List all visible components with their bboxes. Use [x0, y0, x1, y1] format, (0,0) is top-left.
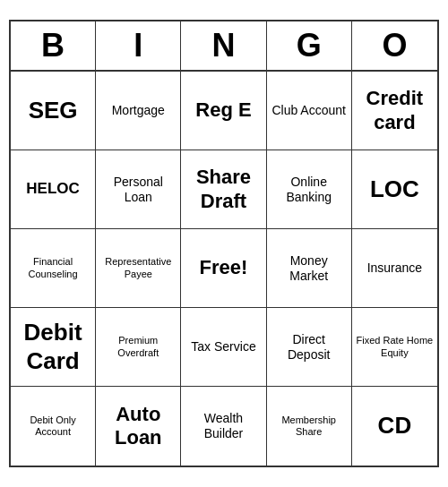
bingo-cell: HELOC	[11, 150, 96, 229]
cell-text: Credit card	[356, 87, 434, 134]
cell-text: Club Account	[271, 103, 346, 118]
header-letter: O	[352, 21, 437, 70]
cell-text: HELOC	[26, 180, 80, 198]
cell-text: Money Market	[271, 253, 348, 284]
cell-text: Wealth Builder	[185, 411, 262, 441]
header-letter: B	[11, 21, 96, 70]
cell-text: Auto Loan	[99, 403, 177, 450]
bingo-cell: Club Account	[267, 72, 352, 150]
bingo-card: BINGO SEGMortgageReg EClub AccountCredit…	[9, 20, 439, 467]
bingo-cell: CD	[352, 387, 437, 466]
cell-text: CD	[378, 412, 412, 440]
cell-text: Fixed Rate Home Equity	[356, 335, 434, 358]
cell-text: Debit Only Account	[14, 414, 91, 438]
cell-text: Membership Share	[271, 414, 348, 438]
cell-text: Debit Card	[14, 319, 91, 374]
bingo-cell: Direct Deposit	[267, 308, 352, 387]
bingo-cell: Share Draft	[181, 150, 266, 229]
cell-text: Premium Overdraft	[99, 335, 177, 358]
bingo-cell: Representative Payee	[96, 229, 181, 308]
bingo-cell: Debit Card	[11, 308, 96, 387]
bingo-cell: Online Banking	[267, 150, 352, 229]
bingo-header: BINGO	[11, 21, 437, 72]
cell-text: Share Draft	[185, 166, 262, 213]
bingo-cell: Membership Share	[267, 387, 352, 466]
bingo-cell: Free!	[181, 229, 266, 308]
cell-text: Financial Counseling	[14, 256, 91, 279]
bingo-cell: Wealth Builder	[181, 387, 266, 466]
bingo-cell: SEG	[11, 72, 96, 150]
header-letter: I	[96, 21, 181, 70]
bingo-cell: Personal Loan	[96, 150, 181, 229]
cell-text: LOC	[370, 175, 419, 203]
cell-text: Free!	[200, 256, 248, 279]
bingo-grid: SEGMortgageReg EClub AccountCredit cardH…	[11, 72, 437, 466]
cell-text: Reg E	[195, 98, 251, 122]
cell-text: SEG	[29, 97, 78, 124]
bingo-cell: LOC	[352, 150, 437, 229]
cell-text: Insurance	[367, 261, 422, 276]
cell-text: Personal Loan	[99, 175, 177, 205]
header-letter: N	[181, 21, 266, 70]
bingo-cell: Tax Service	[181, 308, 266, 387]
bingo-cell: Mortgage	[96, 72, 181, 150]
cell-text: Tax Service	[191, 339, 255, 355]
cell-text: Representative Payee	[99, 256, 177, 279]
cell-text: Online Banking	[271, 175, 348, 205]
header-letter: G	[267, 21, 352, 70]
bingo-cell: Auto Loan	[96, 387, 181, 466]
cell-text: Direct Deposit	[271, 332, 348, 363]
bingo-cell: Credit card	[352, 72, 437, 150]
bingo-cell: Financial Counseling	[11, 229, 96, 308]
bingo-cell: Insurance	[352, 229, 437, 308]
bingo-cell: Reg E	[181, 72, 266, 150]
cell-text: Mortgage	[112, 103, 165, 118]
bingo-cell: Debit Only Account	[11, 387, 96, 466]
bingo-cell: Premium Overdraft	[96, 308, 181, 387]
bingo-cell: Fixed Rate Home Equity	[352, 308, 437, 387]
bingo-cell: Money Market	[267, 229, 352, 308]
